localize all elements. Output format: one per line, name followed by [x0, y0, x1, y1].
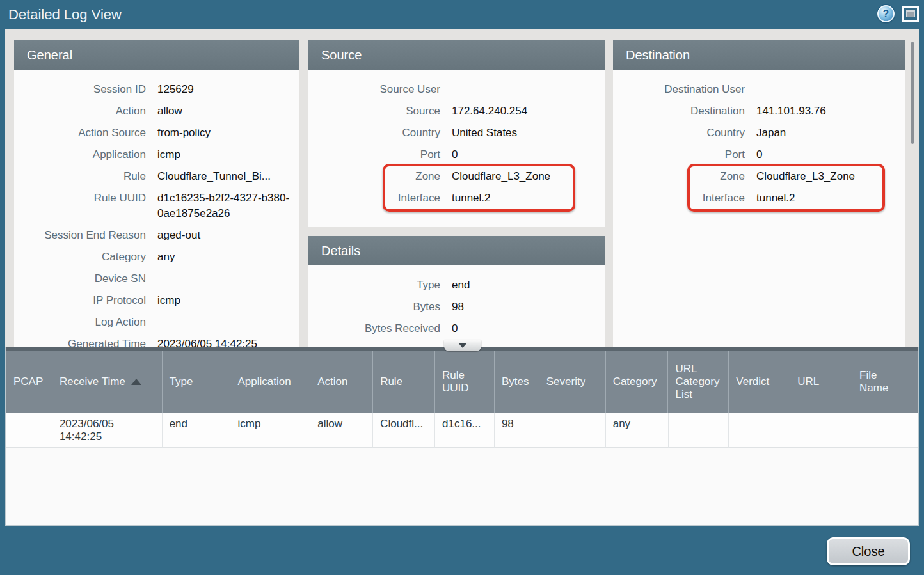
- cell-rule-uuid: d1c16...: [435, 413, 495, 448]
- panel-details: Details Typeend Bytes98 Bytes Received0: [308, 236, 605, 347]
- panel-destination-header: Destination: [613, 40, 905, 70]
- kv-row-device-sn: Device SN: [14, 268, 299, 290]
- table-row[interactable]: 2023/06/05 14:42:25 end icmp allow Cloud…: [6, 413, 918, 448]
- column-header-severity[interactable]: Severity: [539, 351, 606, 413]
- cell-rule: Cloudfl...: [373, 413, 435, 448]
- column-header-file-name[interactable]: File Name: [852, 351, 918, 413]
- cell-category: any: [606, 413, 669, 448]
- panel-source-header: Source: [308, 40, 605, 70]
- sort-ascending-icon: [131, 379, 141, 385]
- column-header-verdict[interactable]: Verdict: [729, 351, 790, 413]
- panel-destination: Destination Destination User Destination…: [613, 40, 905, 347]
- column-header-type[interactable]: Type: [163, 351, 231, 413]
- page-title: Detailed Log View: [8, 6, 122, 23]
- kv-row-source-port: Port0: [308, 144, 605, 166]
- cell-severity: [539, 413, 606, 448]
- kv-row-action: Actionallow: [14, 100, 299, 122]
- cell-action: allow: [310, 413, 373, 448]
- column-header-receive-time[interactable]: Receive Time: [52, 351, 163, 413]
- panel-general: General Session ID125629 Actionallow Act…: [14, 40, 299, 347]
- column-header-pcap[interactable]: PCAP: [6, 351, 52, 413]
- kv-row-destination-user: Destination User: [613, 79, 905, 100]
- kv-row-session-end-reason: Session End Reasonaged-out: [14, 224, 299, 246]
- kv-row-rule: RuleCloudflare_Tunnel_Bi...: [14, 166, 299, 187]
- cell-verdict: [729, 413, 790, 448]
- vertical-scrollbar-thumb[interactable]: [911, 42, 914, 144]
- kv-row-generated-time: Generated Time2023/06/05 14:42:25: [14, 333, 299, 347]
- column-header-application[interactable]: Application: [230, 351, 310, 413]
- kv-row-ip-protocol: IP Protocolicmp: [14, 290, 299, 311]
- kv-row-log-action: Log Action: [14, 311, 299, 333]
- panel-source-title: Source: [321, 48, 362, 63]
- column-header-url-category-list[interactable]: URL Category List: [668, 351, 729, 413]
- cell-pcap: [6, 413, 52, 448]
- kv-row-source-zone: ZoneCloudflare_L3_Zone: [308, 166, 605, 187]
- kv-row-destination-zone: ZoneCloudflare_L3_Zone: [613, 166, 905, 187]
- dialog-titlebar: Detailed Log View ?: [0, 0, 924, 29]
- kv-row-source: Source172.64.240.254: [308, 100, 605, 122]
- cell-url: [790, 413, 852, 448]
- destination-zone-interface-group: ZoneCloudflare_L3_Zone Interfacetunnel.2: [613, 166, 905, 209]
- kv-row-session-id: Session ID125629: [14, 79, 299, 100]
- kv-row-category: Categoryany: [14, 246, 299, 268]
- titlebar-icons: ?: [877, 5, 919, 22]
- kv-row-bytes-received: Bytes Received0: [308, 318, 605, 340]
- kv-row-application: Applicationicmp: [14, 144, 299, 166]
- cell-url-category-list: [669, 413, 729, 448]
- source-zone-interface-group: ZoneCloudflare_L3_Zone Interfacetunnel.2: [308, 166, 605, 209]
- column-header-category[interactable]: Category: [606, 351, 669, 413]
- column-header-url[interactable]: URL: [790, 351, 852, 413]
- kv-row-destination: Destination141.101.93.76: [613, 100, 905, 122]
- log-detail-section: General Session ID125629 Actionallow Act…: [5, 29, 919, 347]
- chevron-down-icon: [458, 343, 467, 348]
- table-header-row: PCAP Receive Time Type Application Actio…: [6, 351, 918, 413]
- cell-application: icmp: [230, 413, 310, 448]
- kv-row-source-country: CountryUnited States: [308, 122, 605, 144]
- column-header-rule[interactable]: Rule: [373, 351, 435, 413]
- panel-details-header: Details: [308, 236, 605, 265]
- collapse-panel-handle[interactable]: [444, 340, 481, 351]
- panel-source: Source Source User Source172.64.240.254 …: [308, 40, 605, 227]
- kv-row-rule-uuid: Rule UUIDd1c16235-b2f2-4327-b380-0ae1875…: [14, 187, 299, 224]
- kv-row-bytes: Bytes98: [308, 296, 605, 318]
- close-button[interactable]: Close: [827, 537, 910, 565]
- window-icon-glyph: [906, 10, 915, 17]
- column-header-bytes[interactable]: Bytes: [495, 351, 539, 413]
- kv-row-source-interface: Interfacetunnel.2: [308, 187, 605, 209]
- column-header-action[interactable]: Action: [310, 351, 373, 413]
- panel-general-title: General: [27, 48, 72, 63]
- kv-row-type: Typeend: [308, 274, 605, 296]
- window-icon[interactable]: [902, 6, 919, 22]
- kv-row-destination-port: Port0: [613, 144, 905, 166]
- help-icon[interactable]: ?: [877, 5, 895, 22]
- cell-type: end: [163, 413, 231, 448]
- kv-row-source-user: Source User: [308, 79, 605, 100]
- cell-bytes: 98: [495, 413, 539, 448]
- log-table: PCAP Receive Time Type Application Actio…: [5, 347, 919, 526]
- column-header-rule-uuid[interactable]: Rule UUID: [435, 351, 495, 413]
- cell-file-name: [852, 413, 918, 448]
- kv-row-destination-country: CountryJapan: [613, 122, 905, 144]
- cell-receive-time: 2023/06/05 14:42:25: [52, 413, 163, 448]
- panel-general-header: General: [14, 40, 299, 70]
- panel-details-title: Details: [321, 244, 360, 258]
- panel-destination-body: Destination User Destination141.101.93.7…: [613, 70, 905, 347]
- panel-details-body: Typeend Bytes98 Bytes Received0: [308, 265, 605, 347]
- panel-source-body: Source User Source172.64.240.254 Country…: [308, 70, 605, 227]
- panel-general-body: Session ID125629 Actionallow Action Sour…: [14, 70, 299, 347]
- kv-row-action-source: Action Sourcefrom-policy: [14, 122, 299, 144]
- kv-row-destination-interface: Interfacetunnel.2: [613, 187, 905, 209]
- panel-destination-title: Destination: [626, 48, 690, 63]
